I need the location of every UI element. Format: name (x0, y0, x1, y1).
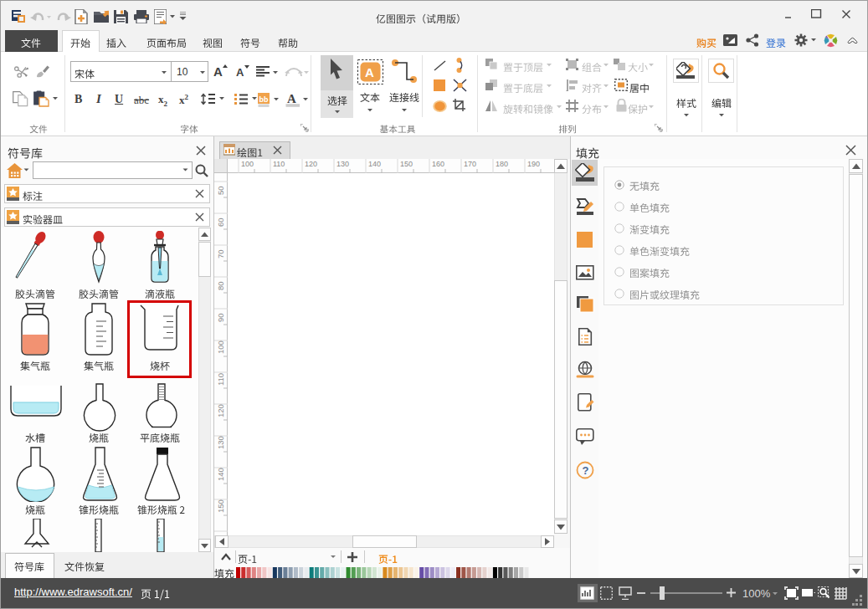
svg-text:150: 150 (216, 499, 225, 513)
svg-text:120: 120 (216, 404, 225, 417)
svg-text:90: 90 (216, 313, 225, 322)
svg-text:110: 110 (216, 373, 225, 386)
svg-text:100: 100 (216, 340, 225, 354)
svg-text:70: 70 (216, 249, 225, 258)
svg-text:130: 130 (216, 436, 225, 449)
svg-text:60: 60 (216, 218, 225, 227)
svg-text:140: 140 (216, 468, 225, 481)
svg-text:bb: bb (259, 95, 269, 104)
svg-text:A: A (365, 65, 374, 79)
svg-text:50: 50 (216, 186, 225, 195)
svg-text:?: ? (583, 464, 589, 477)
svg-text:A: A (287, 92, 296, 105)
svg-text:80: 80 (216, 281, 225, 290)
